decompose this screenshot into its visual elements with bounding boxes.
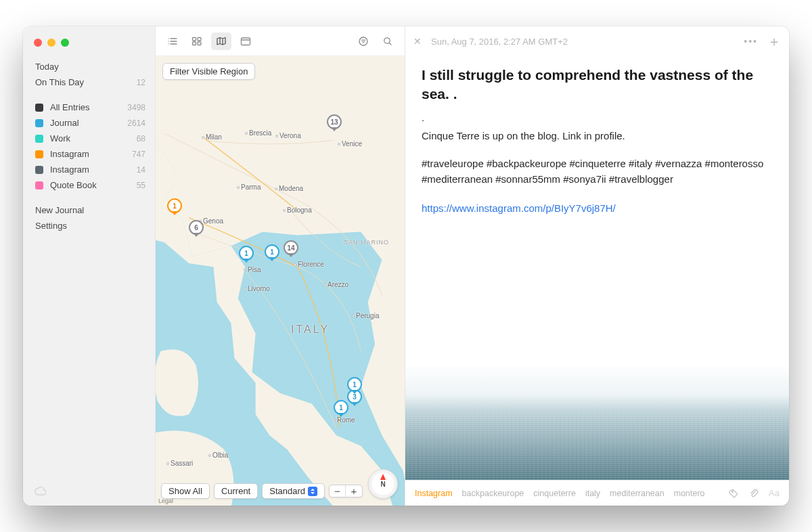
entry-tag[interactable]: italy [585, 489, 600, 498]
pin-count: 6 [189, 220, 204, 235]
tag-icon[interactable] [728, 488, 739, 499]
map-pin[interactable]: 13 [327, 114, 342, 129]
sidebar-item-journal[interactable]: Quote Book55 [23, 177, 155, 193]
calendar-view-button[interactable] [235, 32, 256, 50]
svg-line-17 [389, 43, 391, 45]
city-dot-icon [323, 284, 326, 286]
sidebar-item-label: Quote Book [50, 180, 137, 190]
map-pin[interactable]: 14 [284, 240, 298, 255]
svg-rect-7 [198, 37, 201, 41]
sidebar-item-label: On This Day [35, 77, 137, 87]
city-dot-icon [275, 135, 278, 137]
map-pin[interactable]: 1 [347, 377, 362, 392]
sidebar-item-new-journal[interactable]: New Journal [23, 202, 155, 218]
more-actions-button[interactable]: ••• [744, 36, 758, 47]
grid-view-button[interactable] [187, 32, 207, 50]
pin-count: 1 [239, 246, 254, 261]
entry-journal-tag[interactable]: Instagram [415, 489, 453, 498]
city-dot-icon [333, 419, 336, 422]
sidebar-item-count: 12 [137, 78, 145, 87]
zoom-in-button[interactable]: + [346, 485, 362, 497]
show-all-button[interactable]: Show All [161, 483, 210, 499]
svg-rect-10 [242, 38, 250, 45]
city-dot-icon [208, 454, 211, 457]
entry-tag[interactable]: montero [674, 489, 705, 498]
entry-date[interactable]: Sun, Aug 7, 2016, 2:27 AM GMT+2 [431, 37, 568, 47]
middle-column: Filter Visible Region MilanBresciaVerona… [155, 26, 405, 506]
close-window-icon[interactable] [34, 39, 42, 47]
city-dot-icon [245, 132, 248, 135]
sync-status-icon [23, 480, 155, 506]
sidebar-item-count: 2614 [127, 118, 145, 128]
map-pin[interactable]: 1 [167, 198, 182, 213]
attachment-icon[interactable] [748, 488, 759, 499]
sidebar-item-journal[interactable]: Journal2614 [23, 115, 155, 131]
sidebar-item-label: Today [35, 62, 145, 72]
entry-text: . [422, 110, 773, 125]
select-caret-icon [308, 487, 317, 496]
sidebar-item-count: 55 [137, 181, 145, 190]
svg-rect-8 [193, 42, 196, 45]
entry-title: I still struggle to comprehend the vastn… [422, 66, 773, 104]
sidebar-item-journal[interactable]: All Entries3498 [23, 99, 155, 115]
map-style-select[interactable]: Standard [262, 483, 325, 499]
journal-color-icon [35, 104, 43, 112]
sidebar: Today On This Day 12 All Entries3498Jour… [23, 26, 155, 506]
map-pin[interactable]: 1 [239, 246, 254, 261]
sidebar-item-label: Instagram [50, 149, 132, 159]
journal-color-icon [35, 150, 43, 158]
zoom-out-button[interactable]: − [330, 485, 346, 497]
search-button[interactable] [378, 32, 398, 50]
pin-count: 1 [347, 377, 362, 392]
sidebar-item-label: Instagram [50, 164, 137, 175]
fullscreen-window-icon[interactable] [61, 39, 69, 47]
svg-rect-6 [193, 37, 196, 41]
entry-hashtags: #traveleurope #backpackeurope #cinqueter… [422, 156, 773, 187]
sidebar-item-on-this-day[interactable]: On This Day 12 [23, 74, 155, 90]
entry-tag[interactable]: cinqueterre [533, 489, 576, 498]
entry-footer: Instagram backpackeuropecinqueterreitaly… [405, 480, 789, 506]
entry-tag[interactable]: backpackeurope [462, 489, 524, 498]
map[interactable]: Filter Visible Region MilanBresciaVerona… [156, 56, 405, 506]
map-pin[interactable]: 1 [265, 244, 279, 259]
sidebar-item-journal[interactable]: Instagram14 [23, 162, 155, 177]
sidebar-item-label: Settings [35, 221, 145, 231]
text-style-icon[interactable]: Aa [769, 488, 780, 498]
close-entry-button[interactable]: ✕ [413, 36, 422, 47]
sidebar-item-label: Work [50, 133, 137, 143]
city-dot-icon [352, 315, 355, 317]
sidebar-item-label: Journal [50, 118, 127, 128]
map-pin[interactable]: 6 [189, 220, 204, 235]
journal-color-icon [35, 166, 43, 174]
entry-header: ✕ Sun, Aug 7, 2016, 2:27 AM GMT+2 ••• ＋ [405, 26, 789, 56]
journal-color-icon [35, 181, 43, 190]
map-view-button[interactable] [211, 32, 231, 50]
city-dot-icon [237, 186, 240, 189]
sidebar-item-journal[interactable]: Work68 [23, 131, 155, 146]
entry-link[interactable]: https://www.instagram.com/p/BIyY7v6j87H/ [422, 202, 773, 214]
city-dot-icon [244, 288, 246, 290]
view-toolbar [156, 26, 405, 56]
map-pin[interactable]: 1 [334, 400, 348, 415]
sidebar-item-count: 3498 [127, 103, 145, 112]
list-view-button[interactable] [162, 32, 183, 50]
journal-color-icon [35, 135, 43, 143]
current-location-button[interactable]: Current [214, 483, 258, 499]
map-canvas [156, 56, 405, 506]
filter-visible-region-button[interactable]: Filter Visible Region [162, 63, 255, 80]
sidebar-item-journal[interactable]: Instagram747 [23, 146, 155, 162]
city-dot-icon [275, 187, 277, 190]
new-entry-button[interactable]: ＋ [767, 32, 781, 51]
entry-image[interactable] [405, 366, 789, 480]
entry-tag[interactable]: mediterranean [610, 489, 664, 498]
sidebar-item-settings[interactable]: Settings [23, 218, 155, 234]
sidebar-item-today[interactable]: Today [23, 59, 155, 74]
compass-icon[interactable]: N [368, 469, 398, 499]
map-legal-link[interactable]: Legal [158, 497, 173, 504]
filter-button[interactable] [353, 32, 374, 50]
entry-tags: backpackeuropecinqueterreitalymediterran… [462, 489, 705, 498]
minimize-window-icon[interactable] [47, 39, 55, 47]
entry-body[interactable]: I still struggle to comprehend the vastn… [405, 56, 789, 480]
zoom-control: − + [329, 485, 363, 497]
city-dot-icon [244, 269, 246, 271]
